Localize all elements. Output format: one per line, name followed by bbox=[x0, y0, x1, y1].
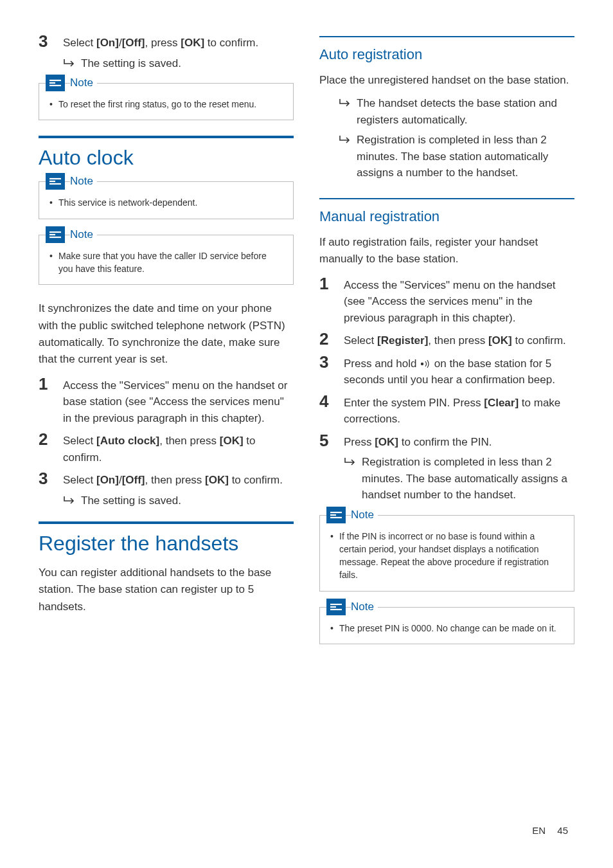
note-box: Note The preset PIN is 0000. No change c… bbox=[319, 607, 574, 644]
note-icon bbox=[326, 507, 346, 523]
footer-language: EN bbox=[532, 825, 546, 836]
step-text: Press [OK] to confirm the PIN. bbox=[344, 431, 574, 451]
note-item: To reset the first ring status, go to th… bbox=[49, 98, 283, 111]
note-label: Note bbox=[351, 601, 378, 613]
note-item: The preset PIN is 0000. No change can be… bbox=[330, 622, 564, 635]
page-footer: EN 45 bbox=[532, 825, 568, 836]
note-item: Make sure that you have the caller ID se… bbox=[49, 249, 283, 276]
note-label: Note bbox=[70, 228, 97, 241]
step-result: Registration is completed in less than 2… bbox=[344, 454, 574, 503]
result-arrow-icon bbox=[339, 98, 351, 107]
result-text: Registration is completed in less than 2… bbox=[357, 132, 574, 181]
step-2: 2 Select [Auto clock], then press [OK] t… bbox=[39, 430, 294, 466]
note-box: Note If the PIN is incorrect or no base … bbox=[319, 515, 574, 592]
note-box: Note Make sure that you have the caller … bbox=[39, 235, 294, 285]
step-text: Access the "Services" menu on the handse… bbox=[344, 275, 574, 327]
result-arrow-icon bbox=[63, 59, 76, 68]
subsection-auto-registration: Auto registration bbox=[319, 36, 574, 63]
step-3: 3 Press and hold on the base station for… bbox=[319, 353, 574, 388]
note-label: Note bbox=[70, 175, 97, 188]
step-text: Access the "Services" menu on the handse… bbox=[63, 375, 294, 427]
step-number: 3 bbox=[39, 469, 63, 488]
step-result: The setting is saved. bbox=[63, 55, 294, 72]
step-1: 1 Access the "Services" menu on the hand… bbox=[39, 375, 294, 427]
step-number: 1 bbox=[319, 275, 344, 293]
step-4: 4 Enter the system PIN. Press [Clear] to… bbox=[319, 392, 574, 428]
step-text: Select [Register], then press [OK] to co… bbox=[344, 330, 574, 349]
step-result: The setting is saved. bbox=[63, 493, 294, 509]
result-item: Registration is completed in less than 2… bbox=[339, 132, 574, 181]
step-number: 5 bbox=[319, 431, 344, 450]
step-text: Select [On]/[Off], press [OK] to confirm… bbox=[63, 32, 294, 51]
result-arrow-icon bbox=[63, 496, 76, 505]
step-text: Select [Auto clock], then press [OK] to … bbox=[63, 430, 294, 466]
result-arrow-icon bbox=[344, 457, 357, 466]
note-box: Note This service is network-dependent. bbox=[39, 181, 294, 219]
step-text: Select [On]/[Off], then press [OK] to co… bbox=[63, 469, 294, 489]
step-number: 3 bbox=[39, 32, 63, 51]
step-2: 2 Select [Register], then press [OK] to … bbox=[319, 330, 574, 349]
section-auto-clock: Auto clock bbox=[39, 136, 294, 170]
step-text: Enter the system PIN. Press [Clear] to m… bbox=[344, 392, 574, 428]
step-number: 2 bbox=[39, 430, 63, 449]
note-label: Note bbox=[70, 77, 97, 89]
note-icon bbox=[326, 599, 346, 615]
paragraph: If auto registration fails, register you… bbox=[319, 234, 574, 268]
svg-point-9 bbox=[421, 363, 423, 365]
step-3: 3 Select [On]/[Off], then press [OK] to … bbox=[39, 469, 294, 489]
note-icon bbox=[46, 75, 65, 91]
step-1: 1 Access the "Services" menu on the hand… bbox=[319, 275, 574, 327]
note-item: This service is network-dependent. bbox=[49, 196, 283, 209]
step-3: 3 Select [On]/[Off], press [OK] to confi… bbox=[39, 32, 294, 51]
footer-page-number: 45 bbox=[557, 825, 568, 836]
paragraph: You can register additional handsets to … bbox=[39, 565, 294, 615]
paragraph: Place the unregistered handset on the ba… bbox=[319, 72, 574, 89]
subsection-manual-registration: Manual registration bbox=[319, 198, 574, 225]
result-item: The handset detects the base station and… bbox=[339, 95, 574, 128]
result-text: Registration is completed in less than 2… bbox=[362, 454, 574, 503]
paragraph: It synchronizes the date and time on you… bbox=[39, 300, 294, 368]
right-column: Auto registration Place the unregistered… bbox=[319, 32, 574, 660]
note-label: Note bbox=[351, 509, 378, 521]
note-box: Note To reset the first ring status, go … bbox=[39, 83, 294, 120]
note-icon bbox=[46, 173, 65, 190]
result-text: The handset detects the base station and… bbox=[357, 95, 574, 128]
step-number: 1 bbox=[39, 375, 63, 393]
step-5: 5 Press [OK] to confirm the PIN. bbox=[319, 431, 574, 451]
result-arrow-icon bbox=[339, 135, 351, 144]
result-text: The setting is saved. bbox=[81, 493, 181, 509]
left-column: 3 Select [On]/[Off], press [OK] to confi… bbox=[39, 32, 294, 660]
note-icon bbox=[46, 226, 65, 243]
section-register-handsets: Register the handsets bbox=[39, 521, 294, 556]
step-number: 4 bbox=[319, 392, 344, 411]
step-text: Press and hold on the base station for 5… bbox=[344, 353, 574, 388]
result-text: The setting is saved. bbox=[81, 55, 181, 72]
note-item: If the PIN is incorrect or no base is fo… bbox=[330, 530, 564, 582]
paging-icon bbox=[420, 359, 431, 368]
step-number: 2 bbox=[319, 330, 344, 348]
step-number: 3 bbox=[319, 353, 344, 372]
